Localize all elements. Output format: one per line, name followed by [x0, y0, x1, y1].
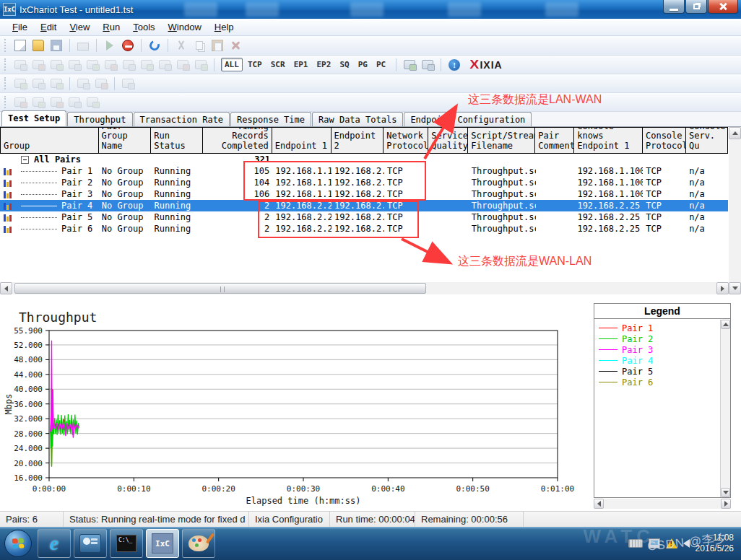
poll-endpoints-button[interactable] — [66, 95, 82, 110]
column-header-console-serv-qu[interactable]: Console Serv. Qu — [686, 127, 728, 154]
tab-raw-data-totals[interactable]: Raw Data Totals — [312, 112, 403, 126]
column-header-console-protocol[interactable]: Console Protocol — [643, 127, 686, 154]
renumber-pairs-button[interactable] — [193, 57, 209, 73]
y-tick-label: 55.900 — [14, 326, 43, 336]
group-pairs-button[interactable] — [120, 76, 136, 92]
restore-button[interactable] — [685, 0, 707, 14]
edit-pair-button[interactable] — [121, 57, 136, 73]
filter-sq-button[interactable]: SQ — [336, 58, 352, 71]
filter-all-button[interactable]: ALL — [221, 58, 243, 71]
start-flag-button[interactable] — [30, 95, 46, 110]
menu-item-file[interactable]: File — [6, 20, 34, 34]
column-header-console-knows-endpoint-1[interactable]: Console knows Endpoint 1 — [574, 127, 643, 154]
add-video-pair-button[interactable] — [48, 57, 64, 73]
column-header-endpoint-2[interactable]: Endpoint 2 — [332, 127, 384, 154]
unlink-pairs-button[interactable] — [93, 76, 109, 92]
toolbar-grip[interactable] — [4, 39, 7, 52]
menu-item-run[interactable]: Run — [96, 20, 126, 34]
toolbar-grip[interactable] — [4, 58, 7, 71]
toolbar-grip[interactable] — [4, 77, 7, 90]
column-header-script-stream-filename[interactable]: Script/Stream Filename — [468, 127, 535, 154]
menu-item-tools[interactable]: Tools — [126, 20, 161, 34]
open-test-button[interactable] — [30, 38, 46, 53]
column-header-pair-comment[interactable]: Pair Comment — [535, 127, 574, 154]
pair-name-label: Pair 6 — [61, 223, 92, 235]
column-header-endpoint-1[interactable]: Endpoint 1 — [272, 127, 332, 154]
menu-item-window[interactable]: Window — [162, 20, 208, 34]
link-pairs-button[interactable] — [75, 76, 91, 92]
legend-horizontal-scrollbar[interactable] — [594, 499, 731, 509]
filter-ep2-button[interactable]: EP2 — [313, 58, 335, 71]
filter-scr-button[interactable]: SCR — [267, 58, 289, 71]
filter-pg-button[interactable]: PG — [355, 58, 371, 71]
paste-button[interactable] — [209, 38, 225, 53]
new-test-button[interactable] — [12, 38, 28, 53]
save-test-button[interactable] — [48, 38, 64, 53]
menu-item-help[interactable]: Help — [208, 20, 240, 34]
copy-button[interactable] — [191, 38, 207, 53]
export-results-button[interactable] — [402, 57, 417, 73]
column-header-network-protocol[interactable]: Network Protocol — [384, 127, 428, 154]
tab-test-setup[interactable]: Test Setup — [1, 110, 66, 126]
filter-ep1-button[interactable]: EP1 — [290, 58, 312, 71]
scrollbar-thumb[interactable] — [14, 283, 426, 294]
column-header-group[interactable]: Group — [0, 127, 99, 154]
scroll-up-button[interactable] — [729, 127, 741, 139]
import-test-button[interactable] — [420, 57, 436, 73]
add-pair-button[interactable] — [12, 57, 28, 73]
refresh-button[interactable] — [147, 38, 162, 53]
legend-scroll-right-button[interactable] — [721, 499, 731, 509]
cut-button[interactable] — [173, 38, 189, 53]
run-test-button[interactable] — [102, 38, 118, 53]
finish-flag-button[interactable] — [84, 95, 100, 110]
toolbar-grip[interactable] — [4, 96, 7, 109]
tab-transaction-rate[interactable]: Transaction Rate — [134, 112, 230, 126]
minimize-button[interactable] — [663, 0, 685, 14]
edit-script-button[interactable] — [139, 57, 155, 73]
stop-flag-button[interactable] — [48, 95, 64, 110]
menu-item-edit[interactable]: Edit — [34, 20, 63, 34]
legend-scroll-up-button[interactable] — [721, 320, 730, 329]
add-voip-pair-button[interactable] — [30, 57, 46, 73]
connect-endpoints-button[interactable] — [12, 76, 28, 92]
add-video-mc-button[interactable] — [84, 57, 100, 73]
tab-throughput[interactable]: Throughput — [67, 112, 132, 126]
delete-button[interactable] — [228, 38, 243, 53]
collapse-toggle-icon[interactable] — [21, 156, 29, 164]
table-vertical-scrollbar[interactable] — [729, 127, 741, 294]
column-header-service-quality[interactable]: Service Quality — [428, 127, 468, 154]
stop-test-button[interactable] — [120, 38, 136, 53]
taskbar-command-prompt[interactable]: C:\_ — [110, 529, 143, 558]
swap-endpoints-button[interactable] — [175, 57, 191, 73]
taskbar-paint[interactable] — [182, 529, 215, 558]
scroll-down-button[interactable] — [729, 282, 741, 294]
about-button[interactable]: ! — [446, 57, 462, 73]
start-button[interactable] — [4, 530, 32, 557]
browse-endpoints-button[interactable] — [30, 76, 46, 92]
add-hardware-pair-button[interactable] — [103, 57, 118, 73]
replicate-pair-button[interactable] — [157, 57, 173, 73]
column-header-pair-group-name[interactable]: Pair Group Name — [99, 127, 152, 154]
legend-scroll-left-button[interactable] — [594, 499, 604, 509]
add-multicast-group-button[interactable] — [66, 57, 82, 73]
clipboard-results-button[interactable] — [12, 95, 28, 110]
tab-response-time[interactable]: Response Time — [230, 112, 311, 126]
close-button[interactable] — [708, 0, 738, 14]
legend-scroll-down-button[interactable] — [721, 488, 730, 497]
print-button[interactable] — [75, 38, 91, 53]
menu-item-view[interactable]: View — [63, 20, 96, 34]
tab-endpoint-configuration[interactable]: Endpoint Configuration — [404, 112, 532, 126]
verify-endpoints-button[interactable] — [48, 76, 64, 92]
taskbar-control-panel[interactable] — [74, 529, 107, 558]
column-header-run-status[interactable]: Run Status — [151, 127, 203, 154]
script-pen-icon — [141, 60, 152, 69]
scroll-left-button[interactable] — [0, 282, 12, 294]
taskbar-internet-explorer[interactable]: e — [38, 529, 71, 558]
table-horizontal-scrollbar[interactable] — [0, 282, 729, 294]
legend-vertical-scrollbar[interactable] — [720, 320, 730, 497]
taskbar-ixchariot[interactable]: IxC — [146, 529, 179, 558]
filter-pc-button[interactable]: PC — [373, 58, 389, 71]
column-header-timing-records-completed[interactable]: Timing Records Completed — [203, 127, 272, 154]
filter-tcp-button[interactable]: TCP — [244, 58, 266, 71]
scroll-right-button[interactable] — [716, 282, 729, 294]
